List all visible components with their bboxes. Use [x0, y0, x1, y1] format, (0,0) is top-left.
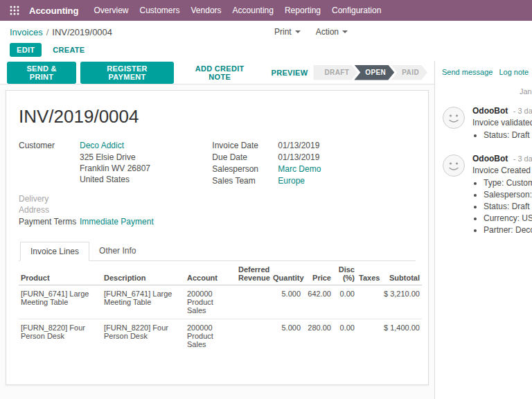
col-description: Description [102, 263, 185, 285]
stage-paid[interactable]: PAID [391, 65, 427, 80]
col-deferred-revenue: Deferred Revenue [236, 263, 271, 285]
tab-invoice-lines[interactable]: Invoice Lines [20, 242, 89, 261]
odoobot-avatar[interactable] [442, 154, 466, 177]
cell-account: 200000 Product Sales [185, 319, 236, 353]
sheet-wrap: INV/2019/0004 Customer Deco Addict 325 E… [0, 85, 434, 385]
cell-account: 200000 Product Sales [185, 285, 236, 319]
invoice-date-value: 01/13/2019 [278, 140, 319, 151]
cell-disc: 0.00 [333, 285, 357, 319]
breadcrumb-row: Invoices / INV/2019/0004 Print Action [10, 24, 522, 39]
cp-buttons: EDIT CREATE [10, 43, 522, 57]
sales-team-label: Sales Team [212, 175, 278, 186]
table-row[interactable]: [FURN_8220] Four Person Desk [FURN_8220]… [19, 319, 422, 353]
customer-address-line: Franklin WV 26807 [80, 163, 205, 174]
sales-team-link[interactable]: Europe [278, 175, 305, 186]
message-time: - 3 days ago [513, 154, 532, 163]
stage-draft[interactable]: DRAFT [313, 65, 357, 80]
salesperson-link[interactable]: Marc Demo [278, 163, 321, 175]
tracking-values: Status: Draft → Open [484, 130, 532, 141]
cell-disc: 0.00 [333, 319, 357, 353]
cell-price: 280.00 [303, 319, 333, 353]
cell-quantity: 5.000 [271, 285, 303, 319]
table-row[interactable]: [FURN_6741] Large Meeting Table [FURN_67… [19, 285, 422, 319]
salesperson-label: Salesperson [212, 163, 278, 175]
stage-open[interactable]: OPEN [354, 65, 394, 80]
message-time: - 3 days ago [513, 107, 532, 115]
tracking-values: Type: Customer Invoice Salesperson: Marc… [484, 177, 532, 236]
col-subtotal: Subtotal [382, 263, 422, 285]
register-payment-button[interactable]: REGISTER PAYMENT [80, 62, 174, 84]
action-dropdown[interactable]: Action [316, 27, 348, 37]
cell-taxes [357, 285, 382, 319]
invoice-lines-table: Product Description Account Deferred Rev… [19, 263, 422, 353]
field-columns: Customer Deco Addict 325 Elsie Drive Fra… [19, 140, 416, 228]
create-button[interactable]: CREATE [47, 43, 90, 57]
edit-button[interactable]: EDIT [10, 43, 42, 57]
col-taxes: Taxes [357, 263, 382, 285]
notebook-tabs: Invoice Lines Other Info [19, 242, 416, 261]
message-text: Invoice Created [472, 166, 532, 175]
tracking-item: Status: Draft [484, 201, 532, 213]
log-note-button[interactable]: Log note [499, 68, 529, 76]
breadcrumb-current: INV/2019/0004 [52, 27, 112, 37]
menu-reporting[interactable]: Reporting [279, 0, 326, 21]
caret-down-icon [342, 30, 348, 33]
payment-terms-link[interactable]: Immediate Payment [80, 216, 154, 227]
tracking-item: Type: Customer Invoice [484, 177, 532, 189]
breadcrumb-invoices[interactable]: Invoices [10, 27, 43, 37]
invoice-title: INV/2019/0004 [19, 106, 416, 127]
message-author[interactable]: OdooBot [472, 106, 508, 116]
print-dropdown-label: Print [274, 27, 292, 37]
add-credit-note-button[interactable]: ADD CREDIT NOTE [178, 62, 262, 84]
apps-grid-icon[interactable] [6, 0, 24, 21]
menu-accounting[interactable]: Accounting [227, 0, 279, 21]
totals-block: Untaxed Amount: $ 4,610.00 Tax: $ 0.00 T… [253, 384, 416, 385]
cell-taxes [357, 319, 382, 353]
statusbar: SEND & PRINT REGISTER PAYMENT ADD CREDIT… [0, 61, 434, 85]
top-navbar: Accounting Overview Customers Vendors Ac… [0, 0, 532, 21]
cp-dropdowns: Print Action [274, 27, 348, 37]
caret-down-icon [295, 30, 301, 33]
cell-subtotal: $ 1,400.00 [382, 319, 422, 353]
statusbar-buttons: SEND & PRINT REGISTER PAYMENT ADD CREDIT… [7, 62, 313, 84]
col-quantity: Quantity [271, 263, 303, 285]
payment-terms-label: Payment Terms [19, 216, 80, 227]
tab-other-info[interactable]: Other Info [89, 242, 145, 261]
menu-overview[interactable]: Overview [89, 0, 134, 21]
preview-button[interactable]: PREVIEW [266, 66, 314, 80]
form-area: SEND & PRINT REGISTER PAYMENT ADD CREDIT… [0, 61, 435, 399]
send-print-button[interactable]: SEND & PRINT [7, 62, 76, 84]
tracking-item: Partner: Deco Addict [484, 224, 532, 236]
col-account: Account [185, 263, 236, 285]
odoobot-avatar[interactable] [442, 106, 466, 130]
message-text: Invoice validated [472, 118, 532, 127]
breadcrumb-separator: / [46, 27, 49, 37]
invoice-sheet: INV/2019/0004 Customer Deco Addict 325 E… [6, 90, 429, 385]
action-dropdown-label: Action [316, 27, 339, 37]
message-author[interactable]: OdooBot [472, 154, 508, 163]
cell-description: [FURN_8220] Four Person Desk [102, 319, 185, 353]
cell-price: 642.00 [303, 285, 333, 319]
message-list: OdooBot - 3 days ago Invoice validated S… [442, 100, 532, 242]
left-column: Customer Deco Addict 325 Elsie Drive Fra… [19, 140, 205, 228]
chatter-message: OdooBot - 3 days ago Invoice Created Typ… [442, 148, 532, 242]
due-date-label: Due Date [212, 152, 278, 163]
menu-configuration[interactable]: Configuration [326, 0, 387, 21]
chatter-toolbar: Send message Log note Schedule activity [442, 68, 532, 82]
chatter-panel: Send message Log note Schedule activity … [435, 61, 532, 399]
tracking-item: Currency: USD [484, 213, 532, 224]
tracking-item: Status: Draft → Open [484, 130, 532, 141]
customer-address-line: 325 Elsie Drive [80, 152, 205, 163]
menu-customers[interactable]: Customers [134, 0, 186, 21]
cell-deferred-revenue [236, 319, 271, 353]
print-dropdown[interactable]: Print [274, 27, 301, 37]
menu-vendors[interactable]: Vendors [186, 0, 227, 21]
customer-link[interactable]: Deco Addict [80, 140, 124, 151]
tracking-item: Salesperson: Marc Demo [484, 189, 532, 201]
customer-address-line: United States [80, 174, 205, 185]
cell-product: [FURN_8220] Four Person Desk [19, 319, 102, 353]
send-message-button[interactable]: Send message [442, 68, 493, 76]
delivery-address-label: Delivery Address [19, 193, 80, 215]
customer-label: Customer [19, 140, 80, 151]
app-title[interactable]: Accounting [29, 6, 79, 16]
